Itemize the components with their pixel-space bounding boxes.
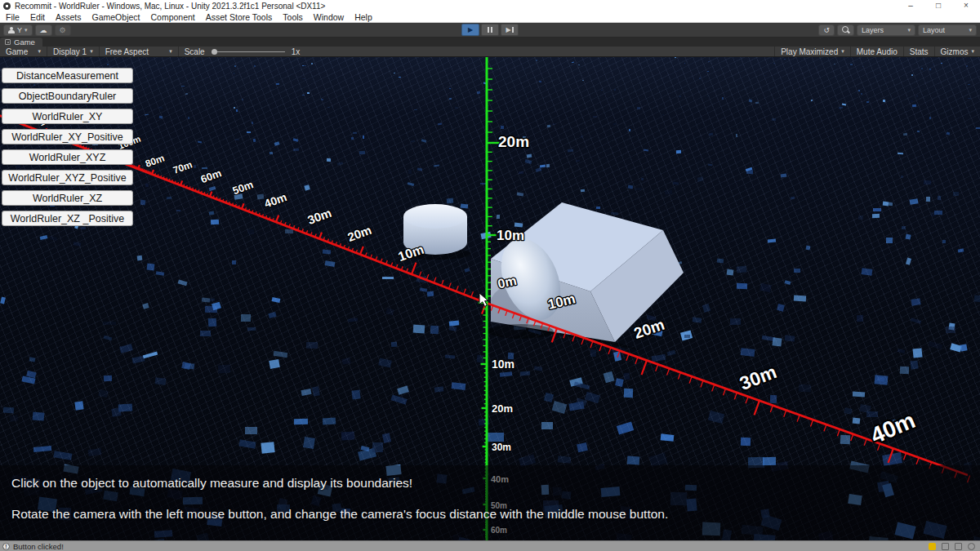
stats-label: Stats	[910, 47, 929, 56]
menu-help[interactable]: Help	[354, 11, 372, 23]
x-ruler-tick	[590, 341, 593, 348]
play-icon: ▶	[468, 26, 473, 33]
gizmos-dropdown[interactable]: Gizmos ▾	[934, 47, 980, 56]
x-ruler-label: 60m	[199, 167, 224, 185]
x-ruler-tick	[426, 274, 429, 280]
y-ruler-label: 20m	[498, 133, 529, 150]
x-ruler-tick	[149, 171, 150, 173]
x-ruler-tick	[712, 384, 715, 391]
menu-edit[interactable]: Edit	[30, 11, 45, 23]
x-ruler-label: 20m	[345, 223, 373, 244]
game-viewport[interactable]: 130m100m80m70m60m50m40m30m20m10m0m10m20m…	[0, 57, 980, 540]
menu-file[interactable]: File	[6, 11, 20, 23]
x-ruler-tick	[180, 180, 182, 185]
mute-audio-toggle[interactable]: Mute Audio	[850, 47, 903, 56]
button-distance-measurement[interactable]: DistanceMeasurement	[2, 68, 133, 83]
button-object-boundary-ruler[interactable]: ObjectBoundaryRuler	[2, 88, 133, 104]
sphere-floor-shadow	[488, 324, 554, 339]
instruction-overlay: Click on the object to automatically mea…	[0, 465, 980, 540]
undo-icon: ↺	[823, 25, 830, 35]
console-status-icon[interactable]	[955, 543, 962, 550]
cloud-button[interactable]: ☁	[35, 24, 52, 36]
scale-value: 1x	[292, 47, 301, 56]
x-ruler-tick	[146, 171, 147, 172]
button-worldruler-xz[interactable]: WorldRuler_XZ	[2, 190, 133, 206]
x-ruler-tick	[242, 203, 244, 209]
account-dropdown[interactable]: Y ▾	[3, 24, 33, 36]
menu-asset-store-tools[interactable]: Asset Store Tools	[206, 11, 273, 23]
menu-window[interactable]: Window	[314, 11, 344, 23]
button-worldruler-xy[interactable]: WorldRuler_XY	[2, 109, 133, 124]
x-ruler-label: 30m	[737, 361, 779, 394]
play-maximized-label: Play Maximized	[781, 47, 838, 56]
button-worldruler-xyz-positive[interactable]: WorldRuler_XYZ_Positive	[2, 170, 133, 185]
x-ruler-tick	[678, 372, 680, 379]
x-ruler-tick	[746, 397, 748, 403]
chevron-down-icon: ▾	[90, 48, 93, 55]
display-dropdown[interactable]: Display 1 ▾	[47, 47, 100, 56]
layers-status-icon[interactable]	[942, 543, 949, 550]
scale-control: Scale 1x	[179, 47, 306, 56]
chevron-down-icon: ▾	[907, 25, 911, 35]
play-maximized-dropdown[interactable]: Play Maximized ▾	[774, 47, 850, 56]
progress-status-icon[interactable]	[968, 543, 975, 550]
x-ruler-label: 10m	[396, 242, 425, 264]
x-ruler-tick	[441, 280, 443, 286]
chevron-down-icon: ▾	[169, 48, 172, 55]
play-button[interactable]: ▶	[461, 24, 479, 36]
step-button[interactable]: ▶	[501, 24, 519, 36]
aspect-dropdown[interactable]: Free Aspect ▾	[100, 47, 179, 56]
x-ruler-label: 40m	[866, 407, 919, 448]
restore-button[interactable]: □	[924, 0, 952, 11]
button-worldruler-xy-positive[interactable]: WorldRuler_XY_Positive	[2, 129, 133, 144]
x-ruler-labels: 130m100m80m70m60m50m40m30m20m10m0m10m20m…	[38, 112, 919, 448]
layout-label: Layout	[923, 25, 945, 35]
button-worldruler-xyz[interactable]: WorldRuler_XYZ	[2, 149, 133, 165]
layers-dropdown[interactable]: Layers ▾	[857, 24, 915, 36]
menu-tools[interactable]: Tools	[283, 11, 303, 23]
minimize-button[interactable]: –	[897, 0, 924, 11]
search-icon	[842, 26, 849, 33]
status-bar[interactable]: ! Button clicked!	[0, 540, 980, 551]
layers-label: Layers	[862, 25, 884, 35]
x-ruler-tick	[626, 353, 629, 360]
menu-gameobject[interactable]: GameObject	[92, 11, 140, 23]
menu-component[interactable]: Component	[150, 11, 194, 23]
x-ruler-tick	[608, 348, 611, 354]
menu-bar: File Edit Assets GameObject Component As…	[0, 11, 980, 23]
pause-button[interactable]	[481, 24, 499, 36]
search-button[interactable]	[837, 24, 854, 36]
main-toolbar: Y ▾ ☁ ⚙ ▶ ▶ ↺	[0, 23, 980, 38]
close-button[interactable]: ×	[952, 0, 980, 11]
stats-toggle[interactable]: Stats	[903, 47, 934, 56]
unity-logo-icon	[3, 2, 11, 10]
menu-assets[interactable]: Assets	[56, 11, 82, 23]
cylinder-top	[403, 204, 467, 229]
button-worldruler-xz-positive[interactable]: WorldRuler_XZ _Positive	[2, 211, 133, 226]
undo-history-button[interactable]: ↺	[818, 24, 835, 36]
x-ruler-tick	[142, 169, 143, 171]
x-ruler-tick	[145, 170, 146, 171]
chevron-down-icon: ▾	[38, 48, 41, 55]
x-ruler-tick	[889, 448, 893, 463]
x-ruler-tick	[136, 166, 136, 167]
layout-dropdown[interactable]: Layout ▾	[918, 24, 977, 36]
tab-game-label: Game	[14, 38, 35, 47]
tab-game[interactable]: Game	[0, 38, 42, 47]
chevron-down-icon: ▾	[841, 48, 844, 55]
bake-activity-icon[interactable]	[929, 543, 936, 550]
game-view-toolbar: Game ▾ Display 1 ▾ Free Aspect ▾ Scale 1…	[0, 47, 980, 57]
display-mode-dropdown[interactable]: Game ▾	[0, 47, 47, 56]
scale-slider[interactable]	[212, 51, 285, 52]
x-ruler-tick	[797, 415, 800, 421]
x-ruler-tick	[851, 434, 853, 441]
gizmos-label: Gizmos	[941, 47, 969, 56]
x-ruler-tick	[457, 286, 459, 291]
x-ruler-tick	[150, 171, 151, 173]
x-ruler-tick	[635, 357, 638, 363]
scale-slider-knob[interactable]	[212, 49, 217, 55]
x-ruler-label: 80m	[144, 153, 166, 170]
x-ruler-tick	[701, 380, 703, 387]
services-button[interactable]: ⚙	[55, 24, 71, 36]
game-view-icon	[5, 39, 11, 45]
